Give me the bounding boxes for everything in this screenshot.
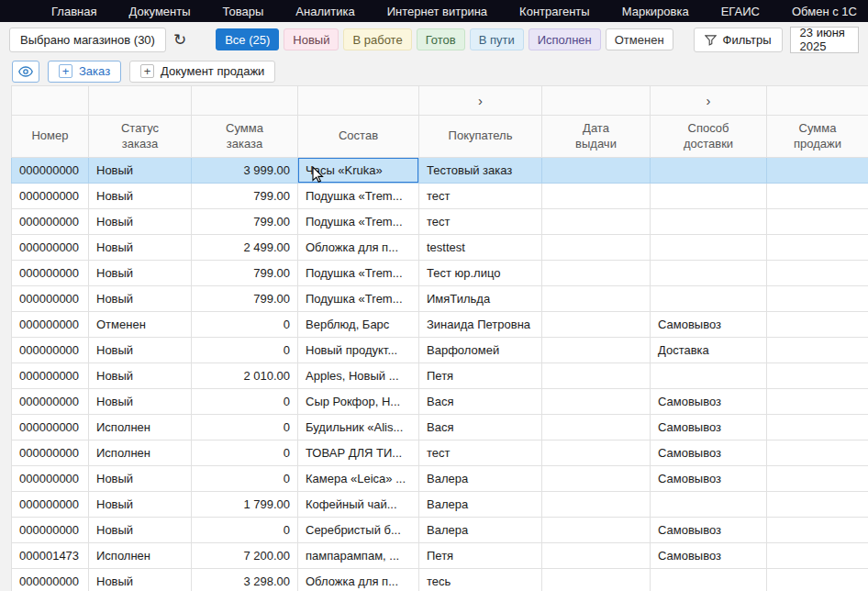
cell-customer[interactable]: Петя <box>419 363 542 389</box>
cell-delivery-method[interactable]: Самовывоз <box>651 466 767 492</box>
cell-content[interactable]: Подушка «Trem... <box>298 261 419 286</box>
cell-issue-date[interactable] <box>542 569 651 591</box>
cell-status[interactable]: Новый <box>89 209 192 235</box>
cell-status[interactable]: Новый <box>89 158 192 184</box>
cell-number[interactable]: 000000000 <box>12 569 89 591</box>
table-row[interactable]: 000000000Новый3 999.00Часы «Kruka»Тестов… <box>12 158 868 184</box>
cell-content[interactable]: пампарампам, ... <box>298 543 419 569</box>
column-header-number[interactable]: Номер <box>12 116 89 158</box>
cell-sale-amount[interactable] <box>767 312 868 338</box>
column-header-customer[interactable]: Покупатель <box>419 116 542 158</box>
cell-number[interactable]: 000000000 <box>12 363 89 389</box>
cell-sale-amount[interactable] <box>767 261 868 286</box>
status-chip[interactable]: Отменен <box>606 28 673 50</box>
cell-status[interactable]: Новый <box>89 569 192 591</box>
table-row[interactable]: 000000000Исполнен0Будильник «Alis...Вася… <box>12 415 868 440</box>
cell-order-amount[interactable]: 0 <box>192 440 298 466</box>
cell-issue-date[interactable] <box>542 286 651 312</box>
cell-number[interactable]: 000000000 <box>12 492 89 518</box>
table-row[interactable]: 000000000Новый2 010.00Apples, Новый ...П… <box>12 363 868 389</box>
cell-order-amount[interactable]: 1 799.00 <box>192 492 298 518</box>
refresh-button[interactable]: ↻ <box>173 28 186 52</box>
cell-issue-date[interactable] <box>542 261 651 286</box>
table-row[interactable]: 000000000Новый3 298.00Обложка для п...те… <box>12 569 868 591</box>
cell-status[interactable]: Исполнен <box>89 543 192 569</box>
cell-order-amount[interactable]: 799.00 <box>192 286 298 312</box>
nav-item[interactable]: Контрагенты <box>519 5 590 18</box>
cell-status[interactable]: Новый <box>89 338 192 363</box>
cell-delivery-method[interactable] <box>651 286 767 312</box>
cell-number[interactable]: 000000000 <box>12 184 89 209</box>
cell-customer[interactable]: Валера <box>419 466 542 492</box>
cell-issue-date[interactable] <box>542 363 651 389</box>
cell-number[interactable]: 000000000 <box>12 440 89 466</box>
column-header-sale-amount[interactable]: Сумма продажи <box>767 116 868 158</box>
cell-customer[interactable]: тест <box>419 209 542 235</box>
cell-status[interactable]: Новый <box>89 363 192 389</box>
cell-customer[interactable]: Тест юр.лицо <box>419 261 542 286</box>
column-header-delivery-method[interactable]: Способ доставки <box>651 116 767 158</box>
nav-item[interactable]: Интернет витрина <box>387 5 487 18</box>
column-group-expander[interactable]: › <box>419 86 542 116</box>
cell-delivery-method[interactable] <box>651 184 767 209</box>
cell-number[interactable]: 000000000 <box>12 158 89 184</box>
cell-number[interactable]: 000000000 <box>12 415 89 440</box>
cell-order-amount[interactable]: 3 999.00 <box>192 158 298 184</box>
cell-issue-date[interactable] <box>542 440 651 466</box>
cell-delivery-method[interactable] <box>651 261 767 286</box>
cell-delivery-method[interactable] <box>651 158 767 184</box>
cell-status[interactable]: Исполнен <box>89 440 192 466</box>
nav-item[interactable]: ЕГАИС <box>721 5 760 18</box>
cell-status[interactable]: Новый <box>89 184 192 209</box>
cell-status[interactable]: Отменен <box>89 312 192 338</box>
table-row[interactable]: 000000000Исполнен0ТОВАР ДЛЯ ТИ...тестСам… <box>12 440 868 466</box>
cell-sale-amount[interactable] <box>767 518 868 543</box>
cell-order-amount[interactable]: 0 <box>192 312 298 338</box>
cell-customer[interactable]: Вася <box>419 415 542 440</box>
cell-issue-date[interactable] <box>542 389 651 415</box>
cell-issue-date[interactable] <box>542 235 651 261</box>
cell-content[interactable]: Верблюд, Барс <box>298 312 419 338</box>
cell-delivery-method[interactable]: Самовывоз <box>651 389 767 415</box>
cell-delivery-method[interactable]: Самовывоз <box>651 415 767 440</box>
cell-sale-amount[interactable] <box>767 235 868 261</box>
cell-status[interactable]: Исполнен <box>89 415 192 440</box>
cell-sale-amount[interactable] <box>767 569 868 591</box>
cell-order-amount[interactable]: 0 <box>192 518 298 543</box>
cell-issue-date[interactable] <box>542 312 651 338</box>
column-header-issue-date[interactable]: Дата выдачи <box>542 116 651 158</box>
date-picker[interactable]: 23 июня 2025 <box>790 27 859 53</box>
column-header-order-amount[interactable]: Сумма заказа <box>192 116 298 158</box>
cell-issue-date[interactable] <box>542 184 651 209</box>
cell-number[interactable]: 000000000 <box>12 286 89 312</box>
cell-issue-date[interactable] <box>542 543 651 569</box>
cell-order-amount[interactable]: 799.00 <box>192 261 298 286</box>
nav-item[interactable]: Обмен с 1С <box>792 5 857 18</box>
cell-sale-amount[interactable] <box>767 543 868 569</box>
cell-number[interactable]: 000000000 <box>12 518 89 543</box>
cell-customer[interactable]: тест <box>419 184 542 209</box>
cell-number[interactable]: 000000000 <box>12 235 89 261</box>
cell-number[interactable]: 000000000 <box>12 389 89 415</box>
cell-status[interactable]: Новый <box>89 492 192 518</box>
cell-sale-amount[interactable] <box>767 338 868 363</box>
nav-item[interactable]: Аналитика <box>295 5 354 18</box>
cell-delivery-method[interactable] <box>651 492 767 518</box>
cell-customer[interactable]: Петя <box>419 543 542 569</box>
column-group-expander[interactable]: › <box>651 86 767 116</box>
cell-sale-amount[interactable] <box>767 440 868 466</box>
cell-content[interactable]: Apples, Новый ... <box>298 363 419 389</box>
table-row[interactable]: 000000000Новый799.00Подушка «Trem...ИмяТ… <box>12 286 868 312</box>
cell-customer[interactable]: testtest <box>419 235 542 261</box>
table-row[interactable]: 000000000Новый799.00Подушка «Trem...тест <box>12 209 868 235</box>
table-row[interactable]: 000000000Новый1 799.00Кофейный чай...Вал… <box>12 492 868 518</box>
cell-sale-amount[interactable] <box>767 415 868 440</box>
cell-content[interactable]: Обложка для п... <box>298 235 419 261</box>
status-chip[interactable]: Новый <box>284 28 339 50</box>
cell-sale-amount[interactable] <box>767 389 868 415</box>
cell-order-amount[interactable]: 799.00 <box>192 209 298 235</box>
cell-order-amount[interactable]: 7 200.00 <box>192 543 298 569</box>
cell-content[interactable]: Сыр Рокфор, Н... <box>298 389 419 415</box>
cell-delivery-method[interactable] <box>651 235 767 261</box>
cell-customer[interactable]: Тестовый заказ <box>419 158 542 184</box>
